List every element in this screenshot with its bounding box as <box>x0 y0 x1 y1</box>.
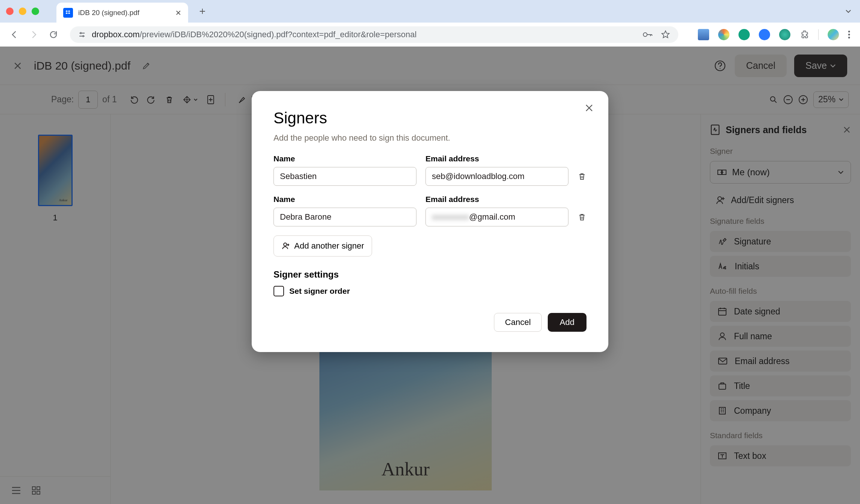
help-button[interactable] <box>713 59 727 73</box>
signer-settings-heading: Signer settings <box>273 269 587 280</box>
browser-chrome: iDB 20 (signed).pdf dropbox.com/preview/… <box>0 0 860 47</box>
signer-select[interactable]: Me (now) <box>710 161 851 184</box>
app: iDB 20 (signed).pdf Cancel Save Page: of… <box>0 47 860 504</box>
tab-title: iDB 20 (signed).pdf <box>78 9 170 17</box>
panel-title: Signers and fields <box>726 124 807 135</box>
close-panel-button[interactable] <box>843 126 851 134</box>
window-maximize-button[interactable] <box>32 8 39 15</box>
ext-icon-4[interactable] <box>759 29 770 40</box>
add-user-icon <box>281 241 290 250</box>
extensions-button[interactable] <box>799 30 809 39</box>
reload-button[interactable] <box>49 30 58 39</box>
zoom-in-button[interactable] <box>798 95 808 105</box>
tab-bar: iDB 20 (signed).pdf <box>0 0 860 23</box>
browser-menu-button[interactable] <box>848 30 850 39</box>
save-button[interactable]: Save <box>794 55 847 77</box>
ext-icon-3[interactable] <box>738 29 750 40</box>
password-key-icon[interactable] <box>643 31 653 38</box>
window-minimize-button[interactable] <box>19 8 26 15</box>
arrange-button[interactable] <box>182 95 198 105</box>
signer-row: Name Email address xxxxxxxxx@gmail.com <box>273 195 587 226</box>
field-title[interactable]: Title <box>710 375 851 396</box>
window-controls <box>6 8 39 15</box>
svg-rect-23 <box>719 407 725 414</box>
page-number-input[interactable] <box>78 91 98 109</box>
divider <box>818 29 819 40</box>
window-close-button[interactable] <box>6 8 14 15</box>
list-view-button[interactable] <box>11 486 21 495</box>
forward-button[interactable] <box>29 30 38 39</box>
new-tab-button[interactable] <box>199 8 206 15</box>
ext-icon-1[interactable] <box>698 29 709 40</box>
tab-list-dropdown[interactable] <box>843 6 854 17</box>
rotate-left-button[interactable] <box>129 95 138 105</box>
set-signer-order-checkbox[interactable]: Set signer order <box>273 286 587 296</box>
page-label: Page: <box>51 94 74 105</box>
zoom-level-select[interactable]: 25% <box>813 91 849 108</box>
svg-rect-11 <box>32 487 35 490</box>
browser-tab[interactable]: iDB 20 (signed).pdf <box>56 3 188 23</box>
remove-signer-button[interactable] <box>577 172 587 186</box>
signer-email-input[interactable]: xxxxxxxxx@gmail.com <box>425 208 568 226</box>
chevron-down-icon <box>838 170 844 174</box>
field-full-name[interactable]: Full name <box>710 326 851 347</box>
profile-avatar[interactable] <box>828 29 839 40</box>
rename-button[interactable] <box>142 61 151 70</box>
thumbnail-view-controls <box>0 476 110 504</box>
url-bar[interactable]: dropbox.com/preview/iDB/iDB%2020%20(sign… <box>70 26 678 43</box>
name-label: Name <box>273 195 416 204</box>
page-thumbnail[interactable]: Ankur <box>38 135 73 206</box>
delete-page-button[interactable] <box>165 95 174 105</box>
tab-close-button[interactable] <box>175 10 181 16</box>
bookmark-star-icon[interactable] <box>661 30 670 39</box>
search-button[interactable] <box>769 95 778 104</box>
field-initials[interactable]: Initials <box>710 256 851 277</box>
zoom-out-button[interactable] <box>783 95 793 105</box>
modal-cancel-button[interactable]: Cancel <box>494 313 541 332</box>
field-date-signed[interactable]: Date signed <box>710 301 851 322</box>
checkbox-icon <box>273 286 284 296</box>
signature-fields-label: Signature fields <box>710 217 851 226</box>
svg-rect-21 <box>719 358 727 364</box>
svg-rect-12 <box>37 487 40 490</box>
add-another-signer-button[interactable]: Add another signer <box>273 235 372 257</box>
cancel-button[interactable]: Cancel <box>735 55 787 77</box>
rotate-right-button[interactable] <box>147 95 157 105</box>
signer-email-input[interactable] <box>425 167 568 186</box>
app-header: iDB 20 (signed).pdf Cancel Save <box>0 47 860 85</box>
modal-add-button[interactable]: Add <box>548 313 587 332</box>
modal-title: Signers <box>273 109 587 127</box>
modal-close-button[interactable] <box>584 103 594 113</box>
standard-fields-label: Standard fields <box>710 431 851 440</box>
field-email-address[interactable]: Email address <box>710 351 851 372</box>
grid-view-button[interactable] <box>32 486 41 495</box>
add-edit-signers-button[interactable]: Add/Edit signers <box>710 192 851 208</box>
signer-name-input[interactable] <box>273 167 416 186</box>
back-button[interactable] <box>10 30 19 39</box>
insert-page-button[interactable] <box>206 94 215 105</box>
field-signature[interactable]: Signature <box>710 231 851 252</box>
document-title: iDB 20 (signed).pdf <box>34 59 131 72</box>
svg-rect-22 <box>719 384 726 389</box>
signers-panel-icon <box>710 124 720 135</box>
ext-icon-5[interactable] <box>779 29 790 40</box>
signer-name-input[interactable] <box>273 208 416 226</box>
address-bar-row: dropbox.com/preview/iDB/iDB%2020%20(sign… <box>0 23 860 47</box>
add-user-icon <box>715 195 726 205</box>
signer-assign-icon <box>717 168 727 177</box>
svg-point-2 <box>848 33 850 35</box>
svg-point-3 <box>848 36 850 38</box>
field-text-box[interactable]: Text box <box>710 445 851 466</box>
site-settings-icon[interactable] <box>78 31 86 38</box>
close-editor-button[interactable] <box>13 61 23 71</box>
ext-icon-2[interactable] <box>718 29 729 40</box>
name-label: Name <box>273 154 416 163</box>
email-label: Email address <box>425 195 568 204</box>
signer-row: Name Email address <box>273 154 587 186</box>
signer-section-label: Signer <box>710 147 851 156</box>
field-company[interactable]: Company <box>710 400 851 421</box>
autofill-fields-label: Auto-fill fields <box>710 287 851 296</box>
remove-signer-button[interactable] <box>577 212 587 226</box>
thumbnail-sidebar: Ankur 1 <box>0 114 111 504</box>
url-text: dropbox.com/preview/iDB/iDB%2020%20(sign… <box>92 30 416 39</box>
